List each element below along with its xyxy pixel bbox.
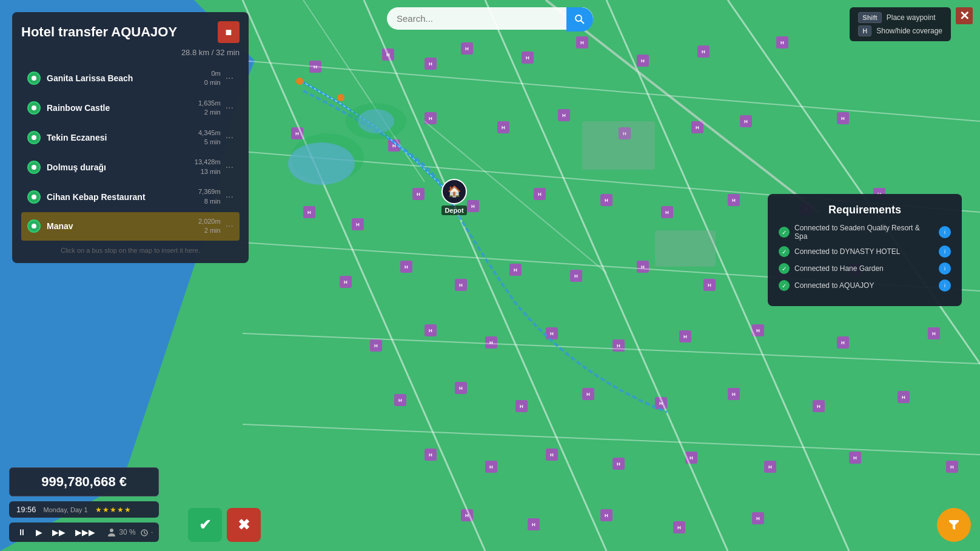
hotel-icon[interactable]: H xyxy=(619,127,631,139)
stop-marker[interactable] xyxy=(337,94,344,101)
hotel-icon[interactable]: H xyxy=(546,449,558,461)
filter-button[interactable] xyxy=(937,508,971,542)
hotel-icon[interactable]: H xyxy=(461,509,473,521)
hotel-icon[interactable]: H xyxy=(570,270,582,282)
hotel-icon[interactable]: H xyxy=(534,188,546,200)
hotel-icon[interactable]: H xyxy=(928,327,940,339)
hotel-icon[interactable]: H xyxy=(309,61,321,73)
panel-close-button[interactable]: ■ xyxy=(218,21,240,43)
stop-item[interactable]: Ganita Larissa Beach 0m0 min ··· xyxy=(21,64,240,93)
hotel-icon[interactable]: H xyxy=(740,115,752,127)
hotel-icon[interactable]: H xyxy=(528,518,540,530)
stop-menu-button[interactable]: ··· xyxy=(226,132,233,143)
play-button[interactable]: ▶ xyxy=(33,526,45,538)
stop-menu-button[interactable]: ··· xyxy=(226,192,233,202)
hotel-icon[interactable]: H xyxy=(764,461,776,473)
hotel-icon[interactable]: H xyxy=(352,218,364,230)
hotel-icon[interactable]: H xyxy=(370,339,382,352)
requirement-item: ✓ Connected to Hane Garden i xyxy=(779,262,951,275)
hotel-icon[interactable]: H xyxy=(703,279,716,291)
hotel-icon[interactable]: H xyxy=(467,200,479,212)
waypoint-label: Place waypoint xyxy=(887,13,936,22)
search-input[interactable] xyxy=(387,7,593,30)
hotel-icon[interactable]: H xyxy=(898,391,910,403)
fastest-button[interactable]: ▶▶▶ xyxy=(73,526,98,538)
hotel-icon[interactable]: H xyxy=(485,461,497,473)
requirement-link-icon[interactable]: i xyxy=(939,262,951,275)
fast-button[interactable]: ▶▶ xyxy=(50,526,68,538)
hotel-icon[interactable]: H xyxy=(728,194,740,206)
hotel-icon[interactable]: H xyxy=(455,382,467,394)
stop-item[interactable]: Rainbow Castle 1,635m2 min ··· xyxy=(21,94,240,122)
hotel-icon[interactable]: H xyxy=(400,261,412,273)
hotel-icon[interactable]: H xyxy=(849,452,861,464)
hotel-icon[interactable]: H xyxy=(412,188,425,200)
pause-button[interactable]: ⏸ xyxy=(15,526,29,538)
hotel-icon[interactable]: H xyxy=(685,452,697,464)
hotel-icon[interactable]: H xyxy=(728,388,740,400)
requirement-link-icon[interactable]: i xyxy=(939,226,951,238)
stop-menu-button[interactable]: ··· xyxy=(226,162,233,173)
hotel-icon[interactable]: H xyxy=(485,336,497,349)
hotel-icon[interactable]: H xyxy=(600,194,612,206)
hotel-icon[interactable]: H xyxy=(388,139,400,152)
hotel-icon[interactable]: H xyxy=(600,509,612,521)
hotel-icon[interactable]: H xyxy=(340,276,352,288)
hotel-icon[interactable]: H xyxy=(382,48,394,61)
hotel-icon[interactable]: H xyxy=(679,330,691,342)
time-display: 19:56 xyxy=(16,505,36,514)
hotel-icon[interactable]: H xyxy=(303,206,315,218)
hotel-icon[interactable]: H xyxy=(697,45,710,58)
hotel-icon[interactable]: H xyxy=(558,109,570,121)
stop-item[interactable]: Dolmuş durağı 13,428m13 min ··· xyxy=(21,153,240,181)
hotel-icon[interactable]: H xyxy=(497,121,509,133)
confirm-button[interactable]: ✔ xyxy=(188,508,222,542)
stop-item[interactable]: Manav 2,020m2 min ··· xyxy=(21,212,240,241)
hotel-icon[interactable]: H xyxy=(291,127,303,139)
hotel-icon[interactable]: H xyxy=(576,36,588,48)
hotel-icon[interactable]: H xyxy=(522,52,534,64)
hotel-icon[interactable]: H xyxy=(637,55,649,67)
stop-item[interactable]: Tekin Eczanesi 4,345m5 min ··· xyxy=(21,124,240,152)
hotel-icon[interactable]: H xyxy=(394,394,406,406)
hotel-icon[interactable]: H xyxy=(546,327,558,339)
stop-menu-button[interactable]: ··· xyxy=(226,221,233,232)
stop-name: Cihan Kebap Restaurant xyxy=(47,192,198,202)
hotel-icon[interactable]: H xyxy=(661,206,673,218)
hotel-icon[interactable]: H xyxy=(691,121,703,133)
hotel-icon[interactable]: H xyxy=(752,512,764,524)
hotel-icon[interactable]: H xyxy=(612,339,625,352)
hotel-icon[interactable]: H xyxy=(425,449,437,461)
requirement-link-icon[interactable]: i xyxy=(939,245,951,258)
hotel-icon[interactable]: H xyxy=(515,400,528,412)
hotel-icon[interactable]: H xyxy=(837,336,849,349)
cancel-button[interactable]: ✖ xyxy=(227,508,261,542)
hotel-icon[interactable]: H xyxy=(776,36,788,48)
svg-line-20 xyxy=(581,21,585,24)
hotel-icon[interactable]: H xyxy=(582,388,594,400)
hotel-icon[interactable]: H xyxy=(455,279,467,291)
hotel-icon[interactable]: H xyxy=(509,264,522,276)
hotel-icon[interactable]: H xyxy=(673,521,685,533)
hotel-icon[interactable]: H xyxy=(612,458,625,470)
stop-menu-button[interactable]: ··· xyxy=(226,102,233,113)
hotel-icon[interactable]: H xyxy=(655,397,667,409)
hotel-icon[interactable]: H xyxy=(425,58,437,70)
hotel-icon[interactable]: H xyxy=(425,112,437,124)
requirement-link-icon[interactable]: i xyxy=(939,279,951,292)
hotel-icon[interactable]: H xyxy=(813,400,825,412)
hotel-icon[interactable]: H xyxy=(637,261,649,273)
hotel-icon[interactable]: H xyxy=(946,461,958,473)
stop-name: Dolmuş durağı xyxy=(47,162,195,172)
stop-item[interactable]: Cihan Kebap Restaurant 7,369m8 min ··· xyxy=(21,182,240,211)
hotel-icon[interactable]: H xyxy=(425,324,437,336)
requirement-check: ✓ xyxy=(779,280,790,291)
search-button[interactable] xyxy=(566,7,593,32)
stop-marker[interactable] xyxy=(296,78,303,85)
stop-icon xyxy=(27,219,41,233)
hotel-icon[interactable]: H xyxy=(837,112,849,124)
hotel-icon[interactable]: H xyxy=(461,42,473,55)
stop-menu-button[interactable]: ··· xyxy=(226,73,233,84)
top-close-button[interactable]: ✕ xyxy=(956,7,973,24)
hotel-icon[interactable]: H xyxy=(752,324,764,336)
